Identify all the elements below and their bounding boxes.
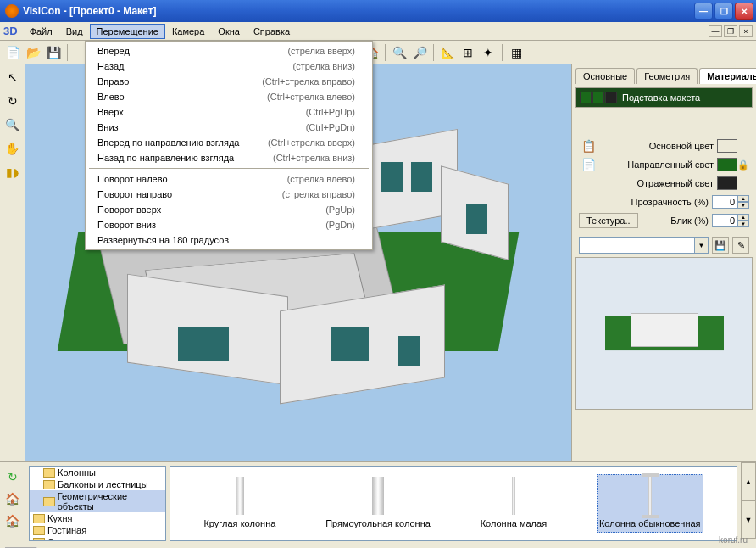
watermark-url: koruf.ru [719,535,748,545]
refl-light-label: Отраженный свет [598,178,714,188]
main-color-swatch[interactable] [717,139,737,153]
edit-material-icon[interactable]: ✎ [732,237,749,254]
transparency-down[interactable]: ▼ [737,202,749,209]
glare-down[interactable]: ▼ [737,221,749,227]
scene2-icon[interactable]: 🏠 [3,512,22,530]
tab-materials[interactable]: Материалы [699,68,756,84]
menu-item-Вверх[interactable]: Вверх(Ctrl+PgUp) [87,104,370,120]
transparency-label: Прозрачность (%) [579,197,709,207]
mdi-close[interactable]: × [739,25,753,37]
zoom-out-icon[interactable]: 🔎 [410,43,429,62]
catalog-items: Круглая колоннаПрямоугольная колоннаКоло… [170,466,737,541]
transparency-up[interactable]: ▲ [737,195,749,202]
catalog-item[interactable]: Колонна обыкновенная [597,474,703,532]
minimize-button[interactable]: — [694,3,713,20]
material-header[interactable]: Подставка макета [576,88,752,107]
maximize-button[interactable]: ❐ [714,3,733,20]
window-title: VisiCon - [Проект0 - Макет] [23,5,694,17]
app-icon [5,4,19,18]
catalog-scroll-up[interactable]: ▲ [741,462,756,500]
menu-view[interactable]: Вид [59,24,90,39]
menu-item-Вправо[interactable]: Вправо(Ctrl+стрелка вправо) [87,74,370,89]
new-icon[interactable]: 📄 [3,43,22,62]
menu-item-Вниз[interactable]: Вниз(Ctrl+PgDn) [87,120,370,135]
swatch-1 [580,92,592,103]
refresh-icon[interactable]: ↻ [3,467,22,486]
axis-icon[interactable]: ✦ [479,43,498,62]
menu-item-Вперед по направлению взгляда[interactable]: Вперед по направлению взгляда(Ctrl+стрел… [87,135,370,150]
texture-button[interactable]: Текстура.. [579,213,638,228]
copy-icon[interactable]: 📋 [579,137,598,155]
menu-item-Поворот направо[interactable]: Поворот направо(стрелка вправо) [87,187,370,202]
mdi-restore[interactable]: ❐ [724,25,737,37]
menu-move[interactable]: Перемещение [90,24,165,39]
tree-item[interactable]: Балконы и лестницы [30,478,165,490]
titlebar: VisiCon - [Проект0 - Макет] — ❐ ✕ [0,0,756,22]
menu-item-Поворот налево[interactable]: Поворот налево(стрелка влево) [87,171,370,187]
mdi-minimize[interactable]: — [709,25,722,37]
tree-item[interactable]: Геометрические объекты [30,490,165,512]
save-material-icon[interactable]: 💾 [712,237,729,254]
render-icon[interactable]: ▦ [507,43,525,62]
lock-icon[interactable]: 🔒 [737,159,749,171]
menu-item-Поворот вверх[interactable]: Поворот вверх(PgUp) [87,202,370,217]
pan-icon[interactable]: ✋ [3,139,22,158]
app-3d-logo: 3D [3,25,18,37]
menu-file[interactable]: Файл [23,24,59,39]
close-button[interactable]: ✕ [735,3,753,20]
refl-light-swatch[interactable] [717,176,737,190]
vertical-toolbar: ↖ ↻ 🔍 ✋ ▮◗ [0,64,25,461]
open-icon[interactable]: 📂 [24,43,42,62]
tab-geometry[interactable]: Геометрия [636,68,698,84]
catalog-scroll-down[interactable]: ▼ [741,500,756,539]
catalog-tree[interactable]: КолонныБалконы и лестницыГеометрические … [29,466,166,541]
zoom-in-icon[interactable]: 🔍 [390,43,409,62]
material-combo[interactable]: ▼ [579,237,709,254]
menu-help[interactable]: Справка [247,24,297,39]
glare-label: Блик (%) [638,215,709,226]
dir-light-swatch[interactable] [717,158,737,171]
paste-icon[interactable]: 📄 [579,155,598,174]
catalog-item[interactable]: Прямоугольная колонна [325,477,431,529]
catalog-item[interactable]: Круглая колонна [203,477,275,529]
swatch-3 [605,92,617,103]
main-color-label: Основной цвет [598,141,714,151]
swatch-2 [592,92,604,103]
tree-item[interactable]: Кухня [30,512,165,524]
menu-item-Назад[interactable]: Назад(стрелка вниз) [87,59,370,74]
save-icon[interactable]: 💾 [44,43,63,62]
menu-item-Назад по направлению взгляда[interactable]: Назад по направлению взгляда(Ctrl+стрелк… [87,150,370,165]
menu-windows[interactable]: Окна [211,24,247,39]
transparency-input[interactable] [712,195,737,209]
dir-light-label: Направленный свет [598,159,714,170]
select-icon[interactable]: ↖ [3,68,22,87]
tree-item[interactable]: Гостиная [30,524,165,536]
tab-main[interactable]: Основные [575,68,635,84]
menu-item-Влево[interactable]: Влево(Ctrl+стрелка влево) [87,89,370,104]
measure-icon[interactable]: 📐 [438,43,457,62]
catalog-item[interactable]: Колонна малая [481,477,547,529]
move-dropdown: Вперед(стрелка вверх)Назад(стрелка вниз)… [85,41,373,250]
properties-panel: Основные Геометрия Материалы Подставка м… [571,64,756,461]
menu-item-Вперед[interactable]: Вперед(стрелка вверх) [87,43,370,59]
snap-icon[interactable]: ⊞ [459,43,477,62]
material-preview [575,257,753,410]
tree-item[interactable]: Колонны [30,467,165,478]
menubar: 3D Файл Вид Перемещение Камера Окна Спра… [0,22,756,41]
catalog-panel: ↻ 🏠 🏠 КолонныБалконы и лестницыГеометрич… [0,461,756,545]
material-name: Подставка макета [622,92,700,103]
scene-icon[interactable]: 🏠 [3,489,22,508]
glare-up[interactable]: ▲ [737,214,749,221]
statusbar: ИЗМ [0,545,756,548]
walk-icon[interactable]: ▮◗ [3,163,22,182]
zoom-tool-icon[interactable]: 🔍 [3,115,22,134]
menu-item-Поворот вниз[interactable]: Поворот вниз(PgDn) [87,217,370,232]
orbit-icon[interactable]: ↻ [3,92,22,110]
tree-item[interactable]: Спальня [30,536,165,541]
menu-camera[interactable]: Камера [165,24,211,39]
glare-input[interactable] [712,214,737,227]
menu-item-Развернуться на 180 градусов[interactable]: Развернуться на 180 градусов [87,232,370,248]
